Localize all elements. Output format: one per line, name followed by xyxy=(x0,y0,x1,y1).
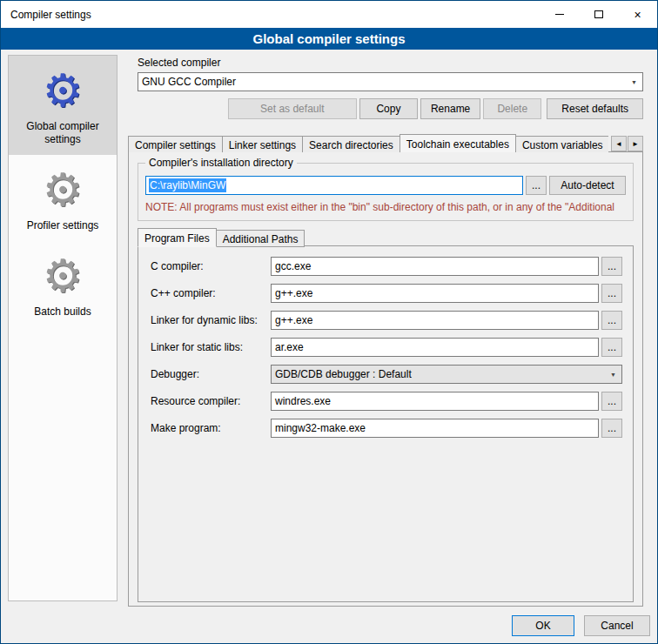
compiler-action-buttons: Set as default Copy Rename Delete Reset … xyxy=(138,98,643,119)
sidebar-item-profiler-settings[interactable]: ⚙ Profiler settings xyxy=(9,155,117,241)
selected-compiler-label: Selected compiler xyxy=(138,57,643,69)
ok-button[interactable]: OK xyxy=(512,615,574,636)
arrow-left-icon: ◄ xyxy=(615,140,622,148)
set-as-default-button[interactable]: Set as default xyxy=(228,98,357,119)
sidebar-item-global-compiler-settings[interactable]: ⚙ Global compiler settings xyxy=(9,56,117,155)
make-program-input[interactable]: mingw32-make.exe xyxy=(271,419,599,438)
field-row-c-compiler: C compiler: gcc.exe ... xyxy=(151,257,622,276)
copy-button[interactable]: Copy xyxy=(359,98,418,119)
sidebar-item-label: Global compiler settings xyxy=(10,120,115,146)
field-row-linker-static: Linker for static libs: ar.exe ... xyxy=(151,338,622,357)
field-label: Debugger: xyxy=(151,368,271,380)
linker-static-browse-button[interactable]: ... xyxy=(601,338,622,357)
field-label: Linker for dynamic libs: xyxy=(151,314,271,326)
tab-scroll-buttons: ◄ ► xyxy=(611,136,643,151)
field-label: Linker for static libs: xyxy=(151,341,271,353)
arrow-right-icon: ► xyxy=(632,140,639,148)
resource-compiler-browse-button[interactable]: ... xyxy=(601,392,622,411)
sidebar-item-batch-builds[interactable]: ⚙ Batch builds xyxy=(9,241,117,327)
titlebar: Compiler settings × xyxy=(1,1,657,28)
dialog-footer: OK Cancel xyxy=(512,615,650,636)
dialog-header: Global compiler settings xyxy=(1,28,657,50)
cpp-compiler-input[interactable]: g++.exe xyxy=(271,284,599,303)
installation-note: NOTE: All programs must exist either in … xyxy=(145,201,626,213)
field-row-resource-compiler: Resource compiler: windres.exe ... xyxy=(151,392,622,411)
debugger-dropdown[interactable]: GDB/CDB debugger : Default ▼ xyxy=(271,365,622,384)
field-value: g++.exe xyxy=(275,314,312,326)
installation-directory-input[interactable]: C:\raylib\MinGW xyxy=(145,176,523,195)
field-row-cpp-compiler: C++ compiler: g++.exe ... xyxy=(151,284,622,303)
program-files-panel: C compiler: gcc.exe ... C++ compiler: g+… xyxy=(138,245,634,602)
linker-dynamic-browse-button[interactable]: ... xyxy=(601,311,622,330)
sidebar-item-label: Profiler settings xyxy=(10,219,115,232)
selected-compiler-dropdown[interactable]: GNU GCC Compiler ▼ xyxy=(138,72,643,91)
reset-defaults-button[interactable]: Reset defaults xyxy=(547,98,643,119)
caption-buttons: × xyxy=(540,1,657,28)
field-value: windres.exe xyxy=(275,395,331,407)
maximize-icon xyxy=(594,10,603,18)
delete-button[interactable]: Delete xyxy=(483,98,541,119)
resource-compiler-input[interactable]: windres.exe xyxy=(271,392,599,411)
field-value: g++.exe xyxy=(275,287,312,299)
page-title: Global compiler settings xyxy=(252,31,405,46)
settings-sidebar: ⚙ Global compiler settings ⚙ Profiler se… xyxy=(8,55,118,601)
rename-button[interactable]: Rename xyxy=(420,98,480,119)
minimize-icon xyxy=(555,14,564,15)
dialog-body: ⚙ Global compiler settings ⚙ Profiler se… xyxy=(1,50,657,643)
tab-program-files[interactable]: Program Files xyxy=(138,228,217,247)
field-row-make-program: Make program: mingw32-make.exe ... xyxy=(151,419,622,438)
tab-additional-paths[interactable]: Additional Paths xyxy=(216,230,306,247)
field-value: mingw32-make.exe xyxy=(275,422,366,434)
field-row-debugger: Debugger: GDB/CDB debugger : Default ▼ xyxy=(151,365,622,384)
field-label: C compiler: xyxy=(151,260,271,272)
sidebar-item-label: Batch builds xyxy=(10,305,115,319)
selected-compiler-value: GNU GCC Compiler xyxy=(142,76,236,88)
auto-detect-button[interactable]: Auto-detect xyxy=(549,176,626,195)
tab-toolchain-executables[interactable]: Toolchain executables xyxy=(400,134,516,152)
cancel-button[interactable]: Cancel xyxy=(584,615,650,636)
linker-static-input[interactable]: ar.exe xyxy=(271,338,599,357)
field-value: gcc.exe xyxy=(275,260,311,272)
close-icon: × xyxy=(634,8,641,22)
spacer xyxy=(138,98,225,119)
cpp-compiler-browse-button[interactable]: ... xyxy=(601,284,622,303)
tab-compiler-settings[interactable]: Compiler settings xyxy=(128,136,223,152)
field-row-linker-dynamic: Linker for dynamic libs: g++.exe ... xyxy=(151,311,622,330)
field-value: ar.exe xyxy=(275,341,304,353)
c-compiler-browse-button[interactable]: ... xyxy=(601,257,622,276)
window-title: Compiler settings xyxy=(1,9,91,21)
field-label: C++ compiler: xyxy=(151,287,271,299)
batch-builds-gear-icon: ⚙ xyxy=(10,253,115,299)
maximize-button[interactable] xyxy=(579,1,618,28)
installation-directory-value: C:\raylib\MinGW xyxy=(149,178,226,192)
make-program-browse-button[interactable]: ... xyxy=(601,419,622,438)
tab-custom-variables[interactable]: Custom variables xyxy=(515,136,608,152)
installation-directory-label: Compiler's installation directory xyxy=(145,157,297,169)
installation-directory-group: Compiler's installation directory C:\ray… xyxy=(138,163,634,221)
c-compiler-input[interactable]: gcc.exe xyxy=(271,257,599,276)
installation-directory-browse-button[interactable]: ... xyxy=(526,176,547,195)
toolchain-executables-panel: Compiler's installation directory C:\ray… xyxy=(128,151,643,607)
tab-scroll-area: Compiler settings Linker settings Search… xyxy=(128,133,608,152)
tab-scroll-right-button[interactable]: ► xyxy=(628,136,643,151)
close-button[interactable]: × xyxy=(618,1,657,28)
linker-dynamic-input[interactable]: g++.exe xyxy=(271,311,599,330)
field-label: Resource compiler: xyxy=(151,395,271,407)
field-value: GDB/CDB debugger : Default xyxy=(275,368,412,380)
installation-directory-row: C:\raylib\MinGW ... Auto-detect xyxy=(145,176,626,195)
tab-linker-settings[interactable]: Linker settings xyxy=(222,136,303,152)
settings-notebook: Compiler settings Linker settings Search… xyxy=(128,133,643,607)
compiler-settings-dialog: Compiler settings × Global compiler sett… xyxy=(0,0,658,644)
chevron-down-icon: ▼ xyxy=(631,79,637,85)
main-panel: Selected compiler GNU GCC Compiler ▼ Set… xyxy=(127,53,650,607)
tab-scroll-left-button[interactable]: ◄ xyxy=(611,136,627,151)
tab-search-directories[interactable]: Search directories xyxy=(302,136,400,152)
minimize-button[interactable] xyxy=(540,1,579,28)
global-compiler-gear-icon: ⚙ xyxy=(10,68,115,113)
profiler-gear-icon: ⚙ xyxy=(10,167,115,212)
chevron-down-icon: ▼ xyxy=(610,372,616,378)
field-label: Make program: xyxy=(151,422,271,434)
program-files-notebook: Program Files Additional Paths C compile… xyxy=(138,227,634,602)
tab-strip: Compiler settings Linker settings Search… xyxy=(128,133,608,152)
inner-tab-strip: Program Files Additional Paths xyxy=(138,227,634,246)
